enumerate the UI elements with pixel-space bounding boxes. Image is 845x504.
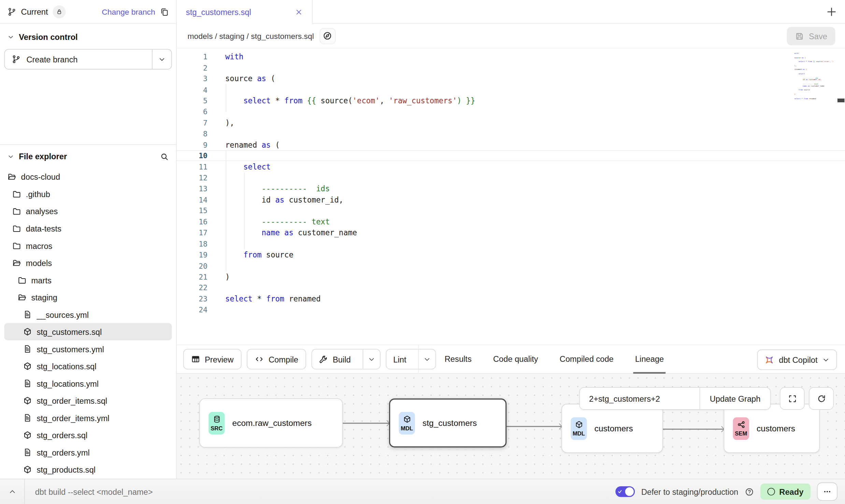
lineage-node-customers[interactable]: SEMcustomers [724,404,820,453]
chevron-down-icon [822,356,830,364]
line-number: 12 [177,174,210,182]
node-type-label: MDL [401,425,413,431]
new-tab-plus-icon[interactable] [826,6,837,17]
create-branch-caret[interactable] [152,49,171,69]
lineage-edge [663,429,724,429]
code-editor[interactable]: 1with23source as (45 select * from {{ so… [177,48,845,345]
close-icon[interactable] [295,8,303,16]
current-branch-label: Current [21,7,48,16]
file-tree: docs-cloud.githubanalysesdata-testsmacro… [0,166,176,478]
code-line: 11 select [177,161,845,172]
results-tab-lineage[interactable]: Lineage [633,345,665,374]
compile-button[interactable]: Compile [247,349,306,369]
node-type-badge: SRC [209,412,225,434]
search-icon[interactable] [160,152,169,161]
update-graph-button[interactable]: Update Graph [700,388,770,409]
code-line: 17 name as customer_name [177,227,845,238]
tree-item[interactable]: staging [4,288,172,306]
tree-item[interactable]: stg_products.sql [4,461,172,478]
lineage-canvas[interactable]: Update Graph SRCecom.raw_customersMDLstg… [177,374,845,479]
fullscreen-button[interactable] [780,387,805,410]
code-line: 13 ---------- ids [177,183,845,194]
results-tab-code-quality[interactable]: Code quality [491,345,540,374]
build-options-caret[interactable] [362,350,380,369]
line-number: 18 [177,239,210,248]
code-line: 18 [177,238,845,249]
dbt-copilot-button[interactable]: dbt Copilot [757,350,837,370]
tree-item[interactable]: marts [4,271,172,289]
tree-item[interactable]: __sources.yml [4,306,172,323]
refresh-button[interactable] [809,387,834,410]
lint-options-caret[interactable] [418,350,435,369]
tree-item[interactable]: stg_orders.yml [4,444,172,461]
overflow-menu-button[interactable] [817,483,837,501]
preview-button[interactable]: Preview [183,349,242,369]
file-explorer-header[interactable]: File explorer [0,145,176,166]
question-circle-icon[interactable] [745,487,754,496]
file-name: analyses [26,207,58,216]
code-line: 1with [177,51,845,62]
cube-icon [403,415,411,423]
line-number: 5 [177,97,210,105]
create-branch-button[interactable]: Create branch [4,49,172,70]
tree-item[interactable]: stg_order_items.sql [4,392,172,410]
lineage-node-stg_customers[interactable]: MDLstg_customers [389,399,506,448]
tree-item[interactable]: macros [4,237,172,254]
copilot-quick-button[interactable] [319,28,335,44]
change-branch-link[interactable]: Change branch [102,7,155,16]
defer-toggle[interactable] [615,486,635,497]
code-brackets-icon [255,355,263,364]
command-input[interactable] [25,479,615,504]
results-tab-results[interactable]: Results [443,345,473,374]
line-number: 16 [177,218,210,226]
expand-console-button[interactable] [0,488,24,495]
tree-item[interactable]: .github [4,185,172,203]
code-line: 22 [177,282,845,293]
build-button[interactable]: Build [312,349,380,369]
model-file-icon [23,362,32,370]
tree-item[interactable]: stg_locations.yml [4,375,172,392]
tree-item[interactable]: data-tests [4,220,172,237]
lint-button[interactable]: Lint [386,349,436,369]
lineage-node-customers[interactable]: MDLcustomers [561,404,663,453]
node-type-label: MDL [573,430,585,436]
tree-item[interactable]: stg_customers.sql [4,323,172,340]
version-control-header[interactable]: Version control [0,24,176,47]
line-number: 22 [177,283,210,292]
copy-icon[interactable] [160,7,169,16]
tree-item[interactable]: stg_order_items.yml [4,409,172,427]
open-file-tab[interactable]: stg_customers.sql [177,0,313,24]
dbt-cloud-ide: Current Change branch Version control Cr… [0,0,845,504]
tree-item[interactable]: models [4,254,172,271]
tree-item[interactable]: docs-cloud [4,168,172,186]
dbt-copilot-icon [765,355,774,364]
lineage-node-ecom.raw_customers[interactable]: SRCecom.raw_customers [199,399,343,448]
node-name: customers [595,424,633,433]
save-button[interactable]: Save [787,27,835,45]
node-type-label: SEM [735,430,747,436]
tree-item[interactable]: analyses [4,203,172,220]
file-name: __sources.yml [37,310,89,319]
tree-item[interactable]: stg_orders.sql [4,427,172,444]
tree-item[interactable]: stg_locations.sql [4,358,172,375]
tree-item[interactable]: stg_customers.yml [4,340,172,358]
tab-title: stg_customers.sql [186,8,251,17]
file-name: .github [26,189,50,198]
code-line: 15 [177,205,845,216]
line-number: 6 [177,107,210,116]
file-icon [23,345,32,353]
file-icon [23,379,32,388]
lineage-filter-input[interactable] [580,388,700,409]
breadcrumb-row: models / staging / stg_customers.sql Sav… [177,24,845,48]
file-name: marts [31,276,52,285]
line-number: 8 [177,129,210,138]
file-name: stg_orders.yml [37,448,89,457]
lineage-filter-group: Update Graph [579,387,771,410]
chevron-down-icon [8,153,14,160]
folder-icon [12,241,21,250]
ready-status-badge: Ready [760,484,811,500]
folder-open-icon [18,293,26,301]
line-number: 10 [177,151,210,160]
results-tab-compiled-code[interactable]: Compiled code [558,345,615,374]
git-branch-icon [8,7,16,16]
